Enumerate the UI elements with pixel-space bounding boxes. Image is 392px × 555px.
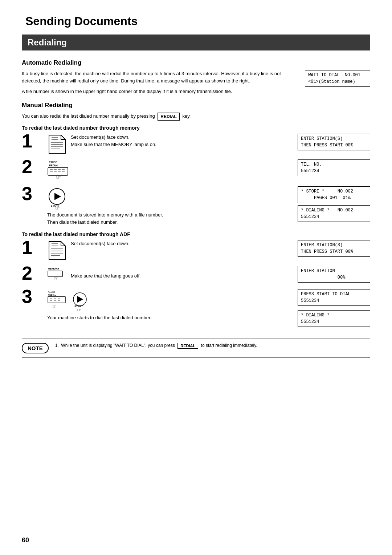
adf-step-2-content: MEMORY ☞ Make sure that the lamp goes of… [47, 266, 370, 285]
adf-step-3-display-2: * DIALING * 5551234 [298, 310, 370, 327]
auto-redial-para2: A file number is shown in the upper righ… [22, 88, 298, 95]
step-1-text: Set document(s) face down.Make sure that… [71, 134, 156, 149]
svg-rect-35 [48, 296, 65, 303]
step-2-displays: TEL. NO. 5551234 [298, 159, 370, 176]
doc-icon-adf-1 [47, 241, 67, 261]
adf-step-3-icon-text: PAUSE REDIAL ☞ [47, 289, 290, 322]
note-content: 1. While the unit is displaying "WAIT TO… [55, 343, 370, 349]
svg-marker-44 [77, 296, 83, 303]
note-bar: NOTE 1. While the unit is displaying "WA… [22, 338, 370, 358]
memory-step-2: 2 PAUSE REDIAL [22, 159, 370, 183]
memory-key-icon: MEMORY ☞ [47, 266, 67, 284]
step-1-displays: ENTER STATION(S) THEN PRESS START 00% [298, 134, 370, 150]
memory-section-label: To redial the last dialed number through… [22, 125, 370, 131]
step-2-display-1: TEL. NO. 5551234 [298, 159, 370, 176]
adf-step-1: 1 [22, 240, 370, 262]
adf-step-3-displays: PRESS START TO DIAL 5551234 * DIALING * … [298, 289, 370, 327]
adf-step-1-icon-row: Set document(s) face down. [47, 240, 290, 261]
adf-step-1-text: Set document(s) face down. [71, 240, 130, 248]
keyboard-icon-2: PAUSE REDIAL [47, 159, 73, 181]
adf-step-3-content: PAUSE REDIAL ☞ [47, 289, 370, 327]
keyboard-start-icon: PAUSE REDIAL ☞ [47, 289, 91, 313]
step-1-desc: Set document(s) face down.Make sure that… [71, 134, 156, 147]
auto-redial-display: WAIT TO DIAL NO.001 <01>(Station name) [305, 70, 370, 87]
note-text-before: While the unit is displaying "WAIT TO DI… [61, 343, 175, 348]
adf-section: To redial the last dialed number through… [22, 231, 370, 327]
step-1-display-1: ENTER STATION(S) THEN PRESS START 00% [298, 134, 370, 150]
adf-step-2: 2 MEMORY ☞ Make sure that the lamp goes … [22, 266, 370, 285]
adf-step-number-1: 1 [22, 238, 44, 257]
adf-step-2-display: ENTER STATION 00% [298, 266, 370, 283]
step-3-desc: The document is stored into memory with … [47, 211, 290, 227]
adf-step-1-icon-text: Set document(s) face down. [47, 240, 290, 262]
adf-step-3: 3 PAUSE REDIAL [22, 289, 370, 327]
step-1-content: Set document(s) face down.Make sure that… [47, 134, 370, 156]
step-3-display-2: * DIALING * NO.002 5551234 [298, 205, 370, 222]
start-icon-3: START ☞ [47, 186, 67, 210]
svg-text:☞: ☞ [52, 304, 57, 309]
page: Sending Documents Redialing Automatic Re… [0, 0, 392, 555]
adf-step-2-icon-text: MEMORY ☞ Make sure that the lamp goes of… [47, 266, 290, 285]
step-3-icon-row: START ☞ [47, 186, 290, 210]
adf-step-1-content: Set document(s) face down. ENTER STATION… [47, 240, 370, 262]
manual-intro-text: You can also redial the last dialed numb… [22, 113, 155, 119]
note-number: 1. [55, 343, 60, 348]
automatic-redialing-title: Automatic Redialing [22, 59, 370, 66]
svg-text:☞: ☞ [56, 174, 61, 180]
svg-text:PAUSE: PAUSE [48, 291, 55, 293]
step-3-icon-text: START ☞ The document is stored into memo… [47, 186, 290, 227]
adf-step-3-display-1: PRESS START TO DIAL 5551234 [298, 289, 370, 306]
step-3-content: START ☞ The document is stored into memo… [47, 186, 370, 227]
step-number-3m: 3 [22, 184, 44, 203]
memory-section: To redial the last dialed number through… [22, 125, 370, 227]
auto-redial-para1: If a busy line is detected, the machine … [22, 70, 298, 84]
automatic-redialing-text: If a busy line is detected, the machine … [22, 70, 298, 95]
adf-step-2-text: Make sure that the lamp goes off. [71, 272, 141, 280]
note-text-after: to start redialing immediately. [201, 343, 257, 348]
step-2-icon-text: PAUSE REDIAL [47, 159, 290, 183]
memory-step-1: 1 [22, 134, 370, 156]
adf-step-number-2: 2 [22, 264, 44, 283]
note-label: NOTE [22, 343, 49, 353]
automatic-redialing-content: If a busy line is detected, the machine … [22, 70, 370, 95]
main-title: Sending Documents [22, 15, 370, 28]
manual-redialing-section: Manual Redialing You can also redial the… [22, 102, 370, 327]
svg-text:☞: ☞ [55, 205, 60, 210]
svg-marker-20 [54, 193, 61, 200]
adf-step-2-displays: ENTER STATION 00% [298, 266, 370, 283]
step-2-content: PAUSE REDIAL [47, 159, 370, 183]
step-3-displays: * STORE * NO.002 PAGES=001 01% * DIALING… [298, 186, 370, 222]
step-1-icon-row: Set document(s) face down.Make sure that… [47, 134, 290, 154]
svg-text:REDIAL: REDIAL [48, 294, 56, 296]
manual-redialing-intro: You can also redial the last dialed numb… [22, 113, 370, 121]
adf-step-3-icon-row: PAUSE REDIAL ☞ [47, 289, 290, 313]
adf-section-label: To redial the last dialed number through… [22, 231, 370, 237]
manual-redialing-title: Manual Redialing [22, 102, 370, 109]
step-2-icon-row: PAUSE REDIAL [47, 159, 290, 181]
svg-marker-23 [49, 242, 65, 260]
step-3-display-1: * STORE * NO.002 PAGES=001 01% [298, 186, 370, 203]
memory-step-3: 3 START ☞ The do [22, 186, 370, 227]
note-redial-key: REDIAL [177, 343, 198, 349]
step-1-icon-text: Set document(s) face down.Make sure that… [47, 134, 290, 156]
section-header: Redialing [22, 35, 370, 50]
manual-intro-end: key. [183, 113, 191, 119]
automatic-redialing-section: Automatic Redialing If a busy line is de… [22, 59, 370, 95]
step-number-1: 1 [22, 131, 44, 150]
adf-step-1-displays: ENTER STATION(S) THEN PRESS START 00% [298, 240, 370, 257]
adf-step-3-text: Your machine starts to dial the last dia… [47, 314, 290, 322]
svg-text:PAUSE: PAUSE [49, 161, 58, 163]
redial-key-inline: REDIAL [158, 113, 180, 121]
step-number-2: 2 [22, 157, 44, 176]
adf-step-number-3: 3 [22, 287, 44, 306]
svg-text:REDIAL: REDIAL [49, 164, 59, 167]
doc-icon-1 [47, 134, 67, 154]
adf-step-1-display: ENTER STATION(S) THEN PRESS START 00% [298, 240, 370, 257]
svg-text:☞: ☞ [77, 307, 81, 313]
page-number: 60 [22, 536, 29, 544]
adf-step-2-icon-row: MEMORY ☞ Make sure that the lamp goes of… [47, 266, 290, 284]
svg-text:MEMORY: MEMORY [48, 267, 60, 270]
svg-marker-0 [49, 135, 65, 153]
svg-text:☞: ☞ [54, 276, 58, 281]
